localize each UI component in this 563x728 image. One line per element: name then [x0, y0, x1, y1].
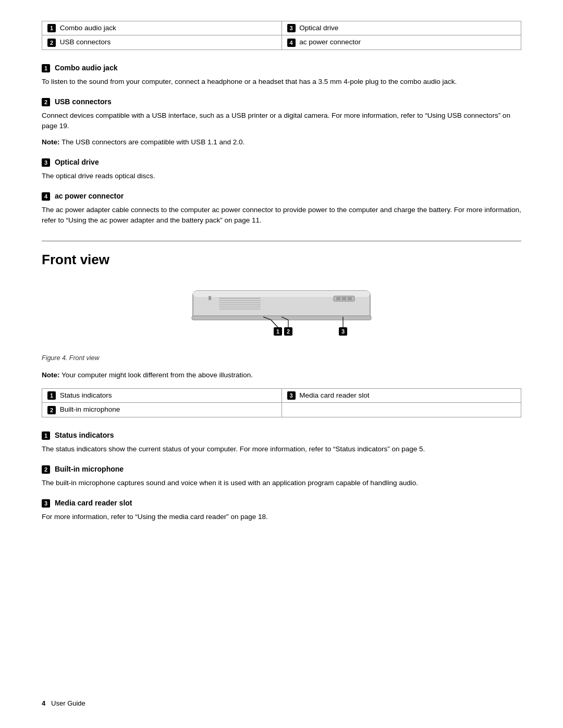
svg-rect-2 — [192, 316, 371, 320]
front-view-feature-table: 1 Status indicators3 Media card reader s… — [42, 388, 521, 417]
section-heading: 2 USB connectors — [42, 96, 521, 107]
svg-rect-8 — [219, 306, 261, 307]
feature-section-optical-drive: 3 Optical driveThe optical drive reads o… — [42, 157, 521, 181]
feature-section-ac-power: 4 ac power connectorThe ac power adapter… — [42, 191, 521, 226]
section-heading: 3 Media card reader slot — [42, 498, 521, 509]
table-cell: 2 Built-in microphone — [42, 403, 282, 417]
page-footer: 4 User Guide — [42, 699, 85, 707]
section-heading: 4 ac power connector — [42, 191, 521, 202]
laptop-svg: 1 2 3 — [167, 280, 396, 340]
table-cell: 3 Optical drive — [282, 21, 521, 35]
feature-section-media-card: 3 Media card reader slotFor more informa… — [42, 498, 521, 522]
section-heading: 3 Optical drive — [42, 157, 521, 168]
svg-text:2: 2 — [287, 328, 290, 335]
front-view-section: Front view — [42, 252, 521, 523]
feature-section-combo-audio: 1 Combo audio jackTo listen to the sound… — [42, 63, 521, 87]
feature-section-status-indicators: 1 Status indicatorsThe status indicators… — [42, 430, 521, 454]
section-heading: 2 Built-in microphone — [42, 464, 521, 475]
svg-rect-11 — [336, 297, 340, 300]
svg-text:3: 3 — [341, 328, 345, 335]
section-paragraph: The optical drive reads optical discs. — [42, 171, 521, 181]
svg-text:1: 1 — [276, 328, 279, 335]
table-cell — [282, 403, 521, 417]
laptop-illustration: 1 2 3 — [42, 280, 521, 348]
table-cell: 4 ac power connector — [282, 35, 521, 50]
svg-rect-3 — [209, 296, 211, 300]
front-view-title: Front view — [42, 252, 521, 268]
table-cell: 1 Status indicators — [42, 388, 282, 402]
svg-rect-5 — [219, 300, 261, 301]
feature-section-built-in-mic: 2 Built-in microphoneThe built-in microp… — [42, 464, 521, 488]
svg-rect-9 — [219, 309, 261, 310]
figure-caption: Figure 4. Front view — [42, 353, 521, 363]
section-paragraph: The built-in microphone captures sound a… — [42, 478, 521, 488]
table-cell: 2 USB connectors — [42, 35, 282, 50]
section-note: Note: The USB connectors are compatible … — [42, 137, 521, 147]
svg-rect-6 — [219, 302, 261, 303]
table-cell: 3 Media card reader slot — [282, 388, 521, 402]
section-paragraph: The ac power adapter cable connects to t… — [42, 205, 521, 226]
table-cell: 1 Combo audio jack — [42, 21, 282, 35]
section-paragraph: For more information, refer to “Using th… — [42, 512, 521, 522]
top-feature-table: 1 Combo audio jack3 Optical drive2 USB c… — [42, 21, 521, 50]
section-divider — [42, 241, 521, 241]
svg-rect-13 — [348, 297, 352, 300]
section-paragraph: The status indicators show the current s… — [42, 444, 521, 454]
svg-rect-7 — [219, 304, 261, 305]
section-heading: 1 Combo audio jack — [42, 63, 521, 73]
front-view-note: Note: Your computer might look different… — [42, 370, 521, 380]
svg-line-20 — [271, 320, 278, 327]
svg-rect-4 — [219, 298, 261, 299]
section-paragraph: To listen to the sound from your compute… — [42, 77, 521, 87]
svg-rect-12 — [342, 297, 346, 300]
feature-section-usb-connectors: 2 USB connectorsConnect devices compatib… — [42, 96, 521, 147]
section-paragraph: Connect devices compatible with a USB in… — [42, 110, 521, 132]
section-heading: 1 Status indicators — [42, 430, 521, 441]
